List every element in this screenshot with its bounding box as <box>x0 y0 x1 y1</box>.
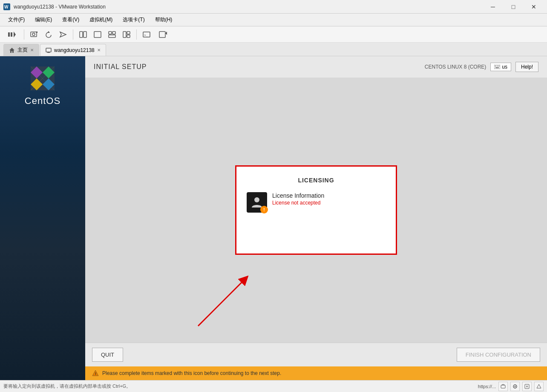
licensing-section-title: LICENSING <box>247 177 386 184</box>
status-url: https://... <box>478 384 496 389</box>
vm-tab-icon <box>46 47 52 53</box>
warning-message: Please complete items marked with this i… <box>102 370 281 376</box>
svg-rect-5 <box>31 32 37 37</box>
vm-screen: INITIAL SETUP CENTOS LINUX 8 (CORE) us <box>85 56 547 380</box>
svg-rect-22 <box>46 48 51 52</box>
view4-button[interactable] <box>120 29 133 40</box>
svg-rect-16 <box>127 32 130 34</box>
svg-text:W: W <box>4 5 9 9</box>
view2-icon <box>94 31 101 38</box>
svg-rect-3 <box>11 32 12 37</box>
menu-edit[interactable]: 编辑(E) <box>30 14 57 26</box>
svg-rect-40 <box>498 66 499 66</box>
status-btn-3[interactable] <box>522 382 532 391</box>
vm-top-bar: INITIAL SETUP CENTOS LINUX 8 (CORE) us <box>85 56 547 78</box>
svg-rect-9 <box>80 32 83 37</box>
view3-icon <box>108 31 116 38</box>
menu-bar: 文件(F) 编辑(E) 查看(V) 虚拟机(M) 选项卡(T) 帮助(H) <box>0 14 547 26</box>
svg-marker-8 <box>47 31 50 33</box>
tab-vm-close[interactable]: ✕ <box>97 48 101 52</box>
vm-top-right: CENTOS LINUX 8 (CORE) us Help! <box>425 62 538 72</box>
view1-button[interactable] <box>77 29 89 40</box>
status-btn-1[interactable] <box>498 382 508 391</box>
svg-rect-14 <box>109 35 115 37</box>
view1-icon <box>79 31 87 38</box>
fullscreen-icon <box>159 31 167 38</box>
tab-home[interactable]: 主页 ✕ <box>3 44 39 56</box>
revert-button[interactable] <box>42 29 55 40</box>
svg-rect-2 <box>8 32 10 37</box>
console-icon: >_ <box>143 31 150 38</box>
tab-home-label: 主页 <box>17 46 28 54</box>
svg-text:>_: >_ <box>144 33 148 37</box>
window-title: wangduoyu12138 - VMware Workstation <box>14 4 480 10</box>
send-icon <box>59 31 67 38</box>
svg-rect-20 <box>159 32 165 37</box>
svg-text:!: ! <box>95 372 96 376</box>
toolbar-separator-3 <box>136 29 137 40</box>
help-button[interactable]: Help! <box>515 62 538 72</box>
license-icon-wrapper: ! <box>247 192 267 213</box>
status-icon-4 <box>536 384 541 389</box>
menu-file[interactable]: 文件(F) <box>3 14 29 26</box>
close-button[interactable]: ✕ <box>524 0 544 14</box>
license-name: License Information <box>272 192 324 199</box>
svg-rect-10 <box>83 32 86 37</box>
menu-vm[interactable]: 虚拟机(M) <box>85 14 117 26</box>
centos-label: CentOS <box>25 95 60 107</box>
maximize-button[interactable]: □ <box>504 0 523 14</box>
status-icon-2 <box>512 384 518 389</box>
tab-vm[interactable]: wangduoyu12138 ✕ <box>40 44 106 56</box>
revert-icon <box>45 31 52 38</box>
menu-view[interactable]: 查看(V) <box>58 14 84 26</box>
status-icon-3 <box>524 384 530 389</box>
power-icon <box>8 31 16 38</box>
status-icon-1 <box>501 384 506 389</box>
warning-bar: ! Please complete items marked with this… <box>85 366 547 380</box>
menu-help[interactable]: 帮助(H) <box>150 14 177 26</box>
keyboard-layout: us <box>502 64 507 70</box>
vm-main[interactable]: LICENSING ! <box>85 78 547 343</box>
snapshot-button[interactable] <box>28 29 40 40</box>
power-button[interactable] <box>3 29 20 40</box>
svg-rect-47 <box>501 385 505 388</box>
svg-point-49 <box>515 386 516 387</box>
warning-badge: ! <box>260 206 268 213</box>
status-bar: 要将输入定向到该虚拟机，请在虚拟机内部单击或按 Ctrl+G。 https://… <box>0 380 547 392</box>
svg-rect-13 <box>112 32 115 34</box>
menu-tabs[interactable]: 选项卡(T) <box>118 14 149 26</box>
svg-rect-15 <box>123 32 126 37</box>
quit-button[interactable]: QUIT <box>92 348 123 362</box>
svg-rect-12 <box>109 32 112 34</box>
svg-point-42 <box>254 197 259 202</box>
view4-icon <box>123 31 130 38</box>
toolbar-separator-2 <box>73 29 73 40</box>
console-button[interactable]: >_ <box>140 29 153 40</box>
home-icon <box>9 47 15 53</box>
sidebar: CentOS <box>0 56 85 380</box>
window-controls: ─ □ ✕ <box>483 0 544 14</box>
svg-rect-17 <box>127 35 130 37</box>
status-btn-2[interactable] <box>510 382 520 391</box>
main-content: CentOS INITIAL SETUP CENTOS LINUX 8 (COR… <box>0 56 547 380</box>
send-button[interactable] <box>57 29 69 40</box>
licensing-card: LICENSING ! <box>235 165 397 255</box>
svg-point-6 <box>32 33 35 35</box>
license-item[interactable]: ! License Information License not accept… <box>247 192 386 213</box>
finish-configuration-button[interactable]: FINISH CONFIGURATION <box>457 348 540 362</box>
vm-bottom-bar: QUIT FINISH CONFIGURATION <box>85 343 547 366</box>
status-btn-4[interactable] <box>534 382 544 391</box>
minimize-button[interactable]: ─ <box>483 0 503 14</box>
view2-button[interactable] <box>91 29 104 40</box>
fullscreen-button[interactable] <box>155 29 172 40</box>
svg-marker-4 <box>14 32 16 37</box>
svg-rect-39 <box>497 66 498 66</box>
tab-home-close[interactable]: ✕ <box>30 48 34 52</box>
centos-symbol <box>29 65 56 92</box>
snapshot-icon <box>30 31 38 38</box>
warning-icon: ! <box>92 370 99 377</box>
view3-button[interactable] <box>106 29 118 40</box>
status-message: 要将输入定向到该虚拟机，请在虚拟机内部单击或按 Ctrl+G。 <box>3 383 131 389</box>
keyboard-indicator[interactable]: us <box>490 63 511 71</box>
vm-area: INITIAL SETUP CENTOS LINUX 8 (CORE) us <box>85 56 547 380</box>
